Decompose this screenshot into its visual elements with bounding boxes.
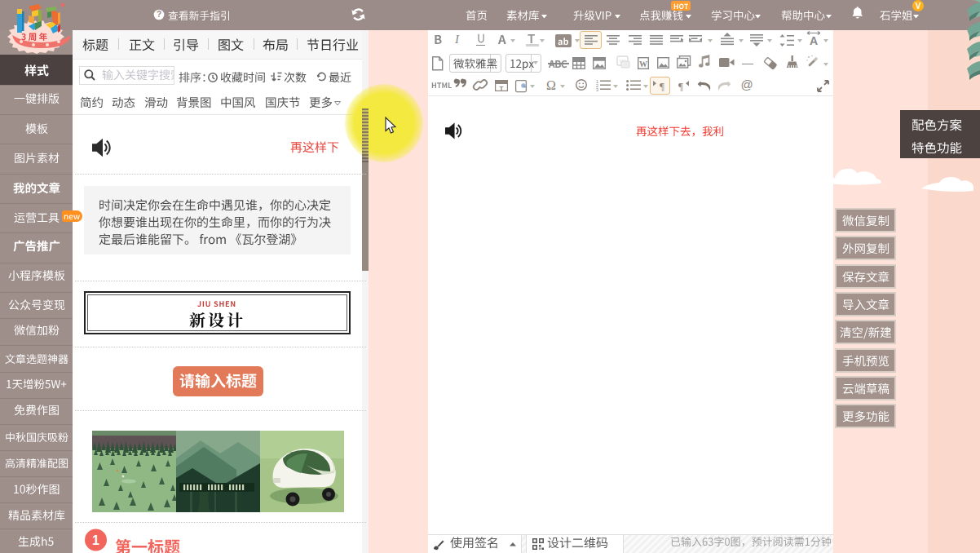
svg-text:¶: ¶: [678, 80, 683, 92]
svg-text:1: 1: [92, 533, 99, 547]
svg-text:?: ?: [157, 10, 161, 19]
svg-text:3: 3: [596, 87, 598, 92]
svg-text:I: I: [454, 33, 460, 46]
svg-text:V: V: [916, 2, 921, 11]
svg-text:Ω: Ω: [546, 78, 556, 92]
svg-text:W: W: [639, 60, 647, 69]
svg-text:¶: ¶: [660, 80, 664, 92]
svg-text:T: T: [500, 85, 504, 92]
svg-text:@: @: [740, 77, 753, 91]
svg-text:A: A: [810, 34, 818, 47]
